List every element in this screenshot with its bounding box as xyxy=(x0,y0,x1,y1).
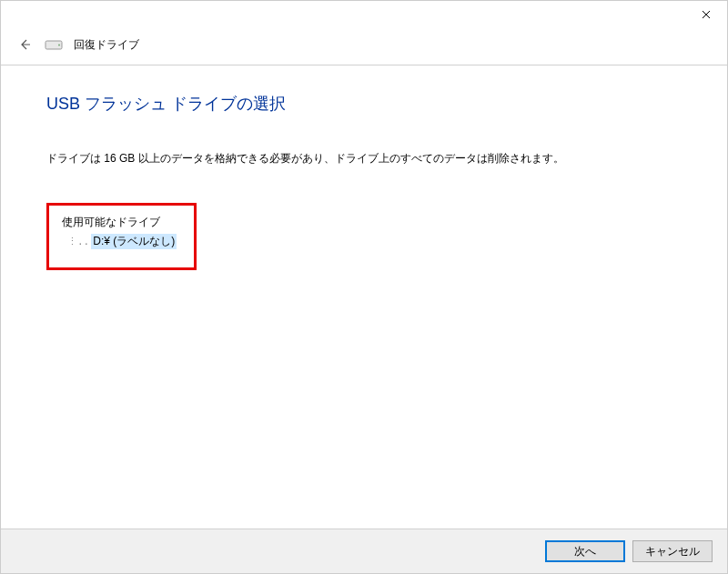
header-title: 回復ドライブ xyxy=(74,37,139,53)
available-drives-label: 使用可能なドライブ xyxy=(62,215,181,230)
next-button[interactable]: 次へ xyxy=(545,540,625,562)
back-arrow-icon xyxy=(17,37,32,52)
titlebar xyxy=(1,1,727,28)
page-title: USB フラッシュ ドライブの選択 xyxy=(46,93,682,115)
wizard-window: 回復ドライブ USB フラッシュ ドライブの選択 ドライブは 16 GB 以上の… xyxy=(0,0,728,574)
close-button[interactable] xyxy=(685,1,727,28)
back-button[interactable] xyxy=(15,35,34,54)
content-area: USB フラッシュ ドライブの選択 ドライブは 16 GB 以上のデータを格納で… xyxy=(1,65,727,529)
drive-icon xyxy=(45,38,63,51)
header: 回復ドライブ xyxy=(1,28,727,65)
description-text: ドライブは 16 GB 以上のデータを格納できる必要があり、ドライブ上のすべての… xyxy=(46,151,682,166)
cancel-button[interactable]: キャンセル xyxy=(632,540,713,562)
footer: 次へ キャンセル xyxy=(1,529,727,573)
drive-list-item[interactable]: ⋮.. D:¥ (ラベルなし) xyxy=(62,234,181,249)
svg-point-1 xyxy=(58,45,60,46)
drives-highlight-box: 使用可能なドライブ ⋮.. D:¥ (ラベルなし) xyxy=(46,203,197,270)
drive-item-label: D:¥ (ラベルなし) xyxy=(91,234,177,249)
tree-connector-icon: ⋮.. xyxy=(67,236,89,247)
close-icon xyxy=(702,10,711,19)
